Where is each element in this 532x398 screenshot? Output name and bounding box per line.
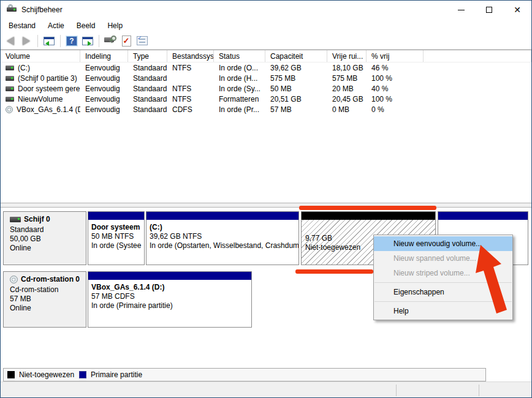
partition-c[interactable]: (C:) 39,62 GB NTFS In orde (Opstarten, W…: [146, 211, 299, 265]
drive-icon: [6, 76, 14, 81]
cdrom-header[interactable]: Cd-rom-station 0 Cd-rom-station 57 MB On…: [3, 271, 86, 328]
cell-capaciteit: 57 MB: [265, 105, 327, 114]
cell-type: Standaard: [128, 64, 167, 72]
column-header-capaciteit[interactable]: Capaciteit: [265, 50, 327, 62]
title-bar: Schijfbeheer ✕: [1, 1, 531, 19]
action-pane-icon[interactable]: [81, 35, 94, 47]
cell-pct: 40 %: [367, 84, 424, 93]
menu-item-help[interactable]: Help: [374, 304, 512, 318]
maximize-button[interactable]: [475, 1, 503, 19]
cd-icon: [10, 276, 18, 283]
close-button[interactable]: ✕: [503, 1, 531, 19]
cell-type: Standaard: [128, 95, 167, 103]
column-header-status[interactable]: Status: [214, 50, 265, 62]
cell-indeling: Eenvoudig: [80, 84, 128, 93]
column-header-empty: [424, 50, 531, 62]
disk-kind: Standaard: [10, 225, 86, 235]
window-title: Schijfbeheer: [21, 6, 63, 14]
menu-actie[interactable]: Actie: [42, 20, 70, 32]
cell-pct: 100 %: [367, 95, 424, 103]
toolbar-separator: [60, 35, 61, 47]
volume-table-header: Volume Indeling Type Bestandssys... Stat…: [1, 50, 531, 62]
menu-item-nieuw-eenvoudig-volume[interactable]: Nieuw eenvoudig volume...: [374, 236, 512, 251]
pane-splitter[interactable]: [1, 203, 531, 208]
menu-item-nieuw-striped-volume: Nieuw striped volume...: [374, 266, 512, 280]
toolbar-separator: [99, 35, 99, 47]
table-row[interactable]: (C:) Eenvoudig Standaard NTFS In orde (O…: [1, 62, 531, 73]
disk-name: Cd-rom-station 0: [21, 275, 80, 284]
column-header-indeling[interactable]: Indeling: [80, 50, 128, 62]
legend-swatch-unallocated: [7, 371, 15, 378]
cell-indeling: Eenvoudig: [80, 74, 128, 83]
checklist-icon[interactable]: [135, 35, 149, 47]
partition-status: In orde (Systee: [91, 241, 143, 250]
menu-help[interactable]: Help: [101, 20, 129, 32]
close-icon: ✕: [514, 6, 521, 14]
primary-partition-bar: [88, 272, 251, 280]
unallocated-bar: [302, 212, 435, 220]
disk-size: 50,00 GB: [10, 235, 86, 244]
primary-partition-bar: [438, 212, 528, 220]
partition-title: (C:): [150, 223, 297, 232]
drive-icon: [6, 97, 14, 102]
cell-indeling: Eenvoudig: [80, 64, 128, 72]
annotation-highlight-bottom: [295, 269, 373, 274]
statusbar-separator: [396, 385, 397, 396]
disk-status: Online: [10, 304, 86, 313]
cell-capaciteit: 50 MB: [265, 84, 327, 93]
cell-pct: 100 %: [367, 74, 424, 83]
disk-size: 57 MB: [10, 295, 86, 304]
column-header-vrije-ruimte[interactable]: Vrije rui...: [327, 50, 367, 62]
menu-bestand[interactable]: Bestand: [2, 20, 42, 32]
status-bar: [1, 381, 531, 398]
forward-icon[interactable]: [20, 35, 33, 47]
column-header-volume[interactable]: Volume: [1, 50, 80, 62]
partition-size: 57 MB CDFS: [91, 292, 250, 301]
drive-icon: [6, 66, 14, 70]
table-row[interactable]: NieuwVolume Eenvoudig Standaard NTFS For…: [1, 94, 531, 104]
cell-status: In orde (H...: [214, 74, 265, 83]
legend-bar: Niet-toegewezen Primaire partitie: [3, 368, 486, 381]
menu-item-nieuw-spanned-volume: Nieuw spanned volume...: [374, 251, 512, 266]
cell-type: Standaard: [128, 74, 167, 83]
primary-partition-bar: [88, 212, 144, 220]
cell-capaciteit: 39,62 GB: [265, 64, 327, 72]
minimize-button[interactable]: [447, 1, 475, 19]
menu-separator: [374, 282, 512, 283]
disk-scan-icon[interactable]: [104, 35, 117, 47]
table-row[interactable]: (Schijf 0 partitie 3) Eenvoudig Standaar…: [1, 73, 531, 83]
column-header-pct-vrij[interactable]: % vrij: [367, 50, 424, 62]
cell-type: Standaard: [128, 84, 167, 93]
disk0-header[interactable]: Schijf 0 Standaard 50,00 GB Online: [3, 211, 86, 265]
legend-primary: Primaire partitie: [79, 370, 142, 379]
partition-status: In orde (Primaire partitie): [91, 301, 250, 310]
column-header-type[interactable]: Type: [128, 50, 167, 62]
task-check-icon[interactable]: ✓: [120, 35, 133, 47]
disk-management-window: Schijfbeheer ✕ Bestand Actie Beeld Help …: [0, 0, 532, 398]
cell-indeling: Eenvoudig: [80, 105, 128, 114]
cell-status: In orde (O...: [214, 64, 265, 72]
table-row[interactable]: Door systeem gere... Eenvoudig Standaard…: [1, 83, 531, 94]
menu-beeld[interactable]: Beeld: [70, 20, 102, 32]
cell-fs: CDFS: [167, 105, 214, 114]
partition-vbox-cd[interactable]: VBox_GAs_6.1.4 (D:) 57 MB CDFS In orde (…: [88, 271, 252, 328]
cell-indeling: Eenvoudig: [80, 95, 128, 103]
cell-type: Standaard: [128, 105, 167, 114]
partition-system-reserved[interactable]: Door systeem 50 MB NTFS In orde (Systee: [88, 211, 145, 265]
volume-list-pane: Volume Indeling Type Bestandssys... Stat…: [1, 50, 531, 203]
table-row[interactable]: VBox_GAs_6.1.4 (D:) Eenvoudig Standaard …: [1, 104, 531, 115]
legend-unallocated: Niet-toegewezen: [7, 370, 74, 379]
cell-capaciteit: 20,51 GB: [265, 95, 327, 103]
back-icon[interactable]: [4, 35, 17, 47]
toolbar-separator: [37, 35, 38, 47]
partition-size: 50 MB NTFS: [91, 232, 143, 241]
help-icon[interactable]: ?: [65, 35, 78, 47]
partition-title: Door systeem: [91, 223, 143, 232]
maximize-icon: [486, 7, 492, 13]
cell-fs: NTFS: [167, 95, 214, 103]
volume-name: NieuwVolume: [18, 95, 63, 103]
menu-item-eigenschappen[interactable]: Eigenschappen: [374, 285, 512, 299]
column-header-bestandssysteem[interactable]: Bestandssys...: [167, 50, 214, 62]
console-tree-icon[interactable]: [42, 35, 56, 47]
toolbar: ? ✓: [1, 32, 531, 50]
